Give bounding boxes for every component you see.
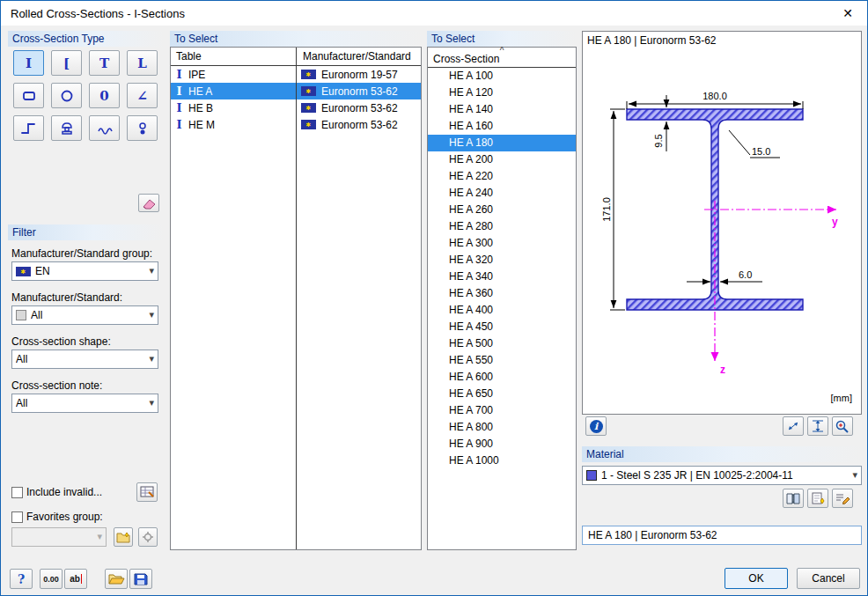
column-header-standard[interactable]: Manufacturer/Standard <box>303 50 411 63</box>
std-group-combo[interactable]: ✱ EN ▾ <box>11 261 158 281</box>
type-button-corrugated-section[interactable] <box>89 115 120 141</box>
type-button-rod-section[interactable] <box>127 115 158 141</box>
type-button-i-section[interactable]: I <box>13 50 44 76</box>
cross-section-item[interactable]: HE A 120 <box>428 85 576 101</box>
cross-section-item[interactable]: HE A 260 <box>428 202 576 218</box>
column-header-cross-section[interactable]: Cross-Section <box>433 53 499 65</box>
cross-section-item[interactable]: HE A 280 <box>428 218 576 235</box>
eu-flag-icon: ✱ <box>301 70 316 79</box>
floppy-disk-icon <box>132 571 150 587</box>
axis-y-label: y <box>832 216 838 228</box>
axis-z-label: z <box>720 364 725 376</box>
note-combo[interactable]: All ▾ <box>11 394 158 413</box>
shape-combo[interactable]: All ▾ <box>11 350 158 369</box>
type-button-z-section[interactable] <box>13 115 44 141</box>
type-button-angle-section[interactable]: ∠ <box>127 83 158 108</box>
material-new-button[interactable] <box>807 489 828 508</box>
section-preview-panel: HE A 180 | Euronorm 53-62 y z 180.0 <box>582 31 862 415</box>
preview-title: HE A 180 | Euronorm 53-62 <box>587 34 717 47</box>
type-button-solid-section[interactable]: 0 <box>89 83 120 108</box>
magnifier-icon <box>834 418 851 434</box>
book-icon <box>784 490 802 506</box>
cross-section-item[interactable]: HE A 160 <box>428 118 576 135</box>
cross-section-item[interactable]: HE A 140 <box>428 101 576 118</box>
standard-name: Euronorm 53-62 <box>321 102 398 114</box>
cross-section-item[interactable]: HE A 550 <box>428 352 576 369</box>
t-section-icon: T <box>99 55 109 71</box>
cross-section-item[interactable]: HE A 300 <box>428 235 576 252</box>
save-button[interactable] <box>129 569 152 589</box>
cross-section-item[interactable]: HE A 600 <box>428 369 576 386</box>
help-button[interactable]: ? <box>10 569 33 589</box>
section-description-field[interactable]: HE A 180 | Euronorm 53-62 <box>582 526 862 545</box>
cross-section-list: HE A 100HE A 120HE A 140HE A 160HE A 180… <box>428 68 576 469</box>
cross-section-drawing[interactable]: y z 180.0 171.0 9.5 15.0 <box>583 46 861 414</box>
cross-section-item[interactable]: HE A 340 <box>428 269 576 285</box>
reset-type-filter-button[interactable] <box>138 194 159 212</box>
cross-section-item[interactable]: HE A 220 <box>428 168 576 185</box>
cross-section-item[interactable]: HE A 360 <box>428 285 576 302</box>
cross-section-item[interactable]: HE A 900 <box>428 436 576 453</box>
type-button-c-section[interactable]: [ <box>51 50 82 76</box>
chevron-down-icon: ▾ <box>852 469 857 481</box>
comment-button[interactable]: ab <box>64 569 87 589</box>
cross-section-item[interactable]: HE A 100 <box>428 68 576 85</box>
cross-section-item[interactable]: HE A 800 <box>428 419 576 436</box>
pipe-section-icon <box>59 89 75 103</box>
angle-section-icon: ∠ <box>136 88 148 104</box>
std-group-label: Manufacturer/Standard group: <box>11 247 152 260</box>
open-button[interactable] <box>105 569 128 589</box>
cross-section-item[interactable]: HE A 320 <box>428 252 576 269</box>
cross-section-item[interactable]: HE A 240 <box>428 185 576 202</box>
type-button-box-section[interactable] <box>13 83 44 108</box>
column-header-table[interactable]: Table <box>176 50 202 63</box>
material-library-button[interactable] <box>783 489 804 508</box>
favorites-manage-button[interactable] <box>138 527 158 547</box>
zoom-dimensions-button[interactable] <box>832 416 853 436</box>
favorites-label: Favorites group: <box>26 511 103 523</box>
cross-section-item[interactable]: HE A 180 <box>428 135 576 151</box>
column-divider <box>296 48 297 549</box>
type-button-crane-rail-section[interactable] <box>51 115 82 141</box>
dimension-lines-button[interactable] <box>807 416 828 436</box>
favorites-checkbox[interactable] <box>11 511 23 523</box>
cross-section-item[interactable]: HE A 1000 <box>428 453 576 469</box>
type-button-t-section[interactable]: T <box>89 50 120 76</box>
chevron-down-icon: ▾ <box>97 531 102 542</box>
chevron-down-icon: ▾ <box>149 397 154 408</box>
cross-section-item[interactable]: HE A 700 <box>428 402 576 419</box>
chevron-down-icon: ▾ <box>149 353 154 364</box>
info-button[interactable]: i <box>585 416 607 436</box>
to-select-table-header: To Select <box>170 31 422 47</box>
cross-section-item[interactable]: HE A 200 <box>428 151 576 168</box>
new-material-icon <box>809 490 827 506</box>
close-button[interactable]: ✕ <box>828 1 867 26</box>
gear-icon <box>140 530 156 544</box>
corrugated-icon <box>97 121 113 136</box>
cross-section-item[interactable]: HE A 500 <box>428 335 576 352</box>
cross-section-item[interactable]: HE A 650 <box>428 386 576 402</box>
type-button-pipe-section[interactable] <box>51 83 82 108</box>
eu-flag-icon: ✱ <box>301 103 316 113</box>
cancel-button[interactable]: Cancel <box>797 568 860 589</box>
table-name: HE M <box>188 119 215 131</box>
new-folder-icon <box>115 530 131 544</box>
favorites-new-button[interactable] <box>114 527 133 547</box>
list-column-header-row: ^ Cross-Section <box>428 48 576 68</box>
std-combo[interactable]: All ▾ <box>11 305 158 325</box>
material-combo[interactable]: 1 - Steel S 235 JR | EN 10025-2:2004-11 … <box>582 466 862 485</box>
i-beam-icon: I <box>175 118 183 131</box>
material-edit-button[interactable] <box>832 489 853 508</box>
units-button[interactable]: 0.00 <box>40 569 63 589</box>
std-group-value: EN <box>35 265 50 277</box>
cross-section-item[interactable]: HE A 400 <box>428 302 576 319</box>
type-button-l-section[interactable]: L <box>127 50 158 76</box>
material-value: 1 - Steel S 235 JR | EN 10025-2:2004-11 <box>601 469 793 482</box>
include-invalid-checkbox[interactable] <box>11 487 23 498</box>
dimension-toggle-button[interactable] <box>783 416 804 436</box>
standard-name: Euronorm 19-57 <box>321 69 398 81</box>
l-section-icon: L <box>137 55 147 71</box>
cross-section-item[interactable]: HE A 450 <box>428 319 576 335</box>
ok-button[interactable]: OK <box>725 568 788 589</box>
edit-invalid-button[interactable] <box>136 482 158 502</box>
